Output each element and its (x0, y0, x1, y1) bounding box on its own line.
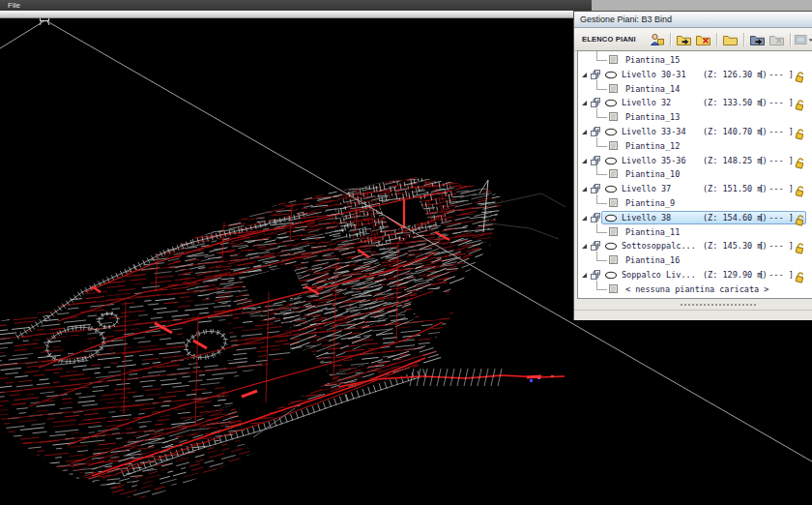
menu-bar: File (0, 0, 592, 11)
level-flag: [ --- ] (759, 156, 794, 165)
tree-connector (596, 252, 607, 261)
expand-icon[interactable] (582, 273, 587, 278)
expand-icon[interactable] (582, 159, 587, 163)
piantina-label: Piantina_14 (625, 84, 680, 94)
panel-toolbar: ELENCO PIANI (574, 28, 812, 51)
level-elevation: (Z: 126.30 m) (703, 70, 768, 79)
level-label: Livello 32 (622, 98, 671, 107)
tree-connector (596, 223, 607, 233)
plan-drawing-row[interactable]: < nessuna piantina caricata > (578, 282, 812, 297)
plan-level-row[interactable]: Soppalco Liv...(Z: 129.90 m)[ --- ] (578, 268, 812, 282)
plan-drawing-row[interactable]: Piantina_13 (578, 110, 812, 125)
piantina-page-icon (608, 140, 619, 153)
tree-connector (596, 108, 607, 118)
piantina-page-icon (608, 197, 619, 210)
window-chrome-right (592, 0, 812, 11)
level-elevation: (Z: 151.50 m) (703, 184, 768, 193)
expand-icon[interactable] (582, 130, 587, 134)
toolbar-separator (743, 33, 745, 46)
plan-drawing-row[interactable]: Piantina_15 (578, 53, 812, 68)
level-flag: [ --- ] (759, 98, 794, 107)
plan-drawing-row[interactable]: Piantina_12 (578, 139, 812, 154)
open-folder-icon[interactable] (721, 31, 740, 48)
level-flag: [ --- ] (759, 184, 794, 193)
expand-icon[interactable] (582, 216, 587, 221)
plan-level-row[interactable]: Livello 32(Z: 133.50 m)[ --- ] (578, 96, 812, 110)
level-elevation: (Z: 145.30 m) (703, 241, 768, 251)
piantina-label: < nessuna piantina caricata > (625, 284, 768, 294)
level-label: Livello 33-34 (622, 127, 686, 136)
level-elevation: (Z: 154.60 m) (703, 213, 768, 223)
load-piantina-icon[interactable] (675, 31, 694, 48)
tree-connector (596, 194, 607, 204)
plan-level-row[interactable]: Livello 30-31(Z: 126.30 m)[ --- ] (578, 68, 812, 82)
plan-drawing-row[interactable]: Piantina_10 (578, 167, 812, 182)
piantina-label: Piantina_13 (625, 112, 680, 122)
panel-status-strip (574, 310, 812, 320)
expand-icon[interactable] (582, 187, 587, 192)
plan-drawing-row[interactable]: Piantina_16 (578, 253, 812, 268)
tree-connector (596, 281, 607, 290)
toolbar-separator (716, 33, 718, 46)
remove-piantina-icon[interactable] (694, 31, 713, 48)
plans-list[interactable]: Piantina_15Livello 30-31(Z: 126.30 m)[ -… (577, 50, 812, 299)
piantina-page-icon (608, 254, 619, 267)
piantina-page-icon (608, 226, 619, 239)
piantina-label: Piantina_12 (625, 141, 680, 151)
piantina-label: Piantina_15 (625, 55, 680, 65)
manage-levels-icon[interactable] (648, 31, 667, 48)
level-elevation: (Z: 133.50 m) (703, 98, 768, 107)
tree-connector (596, 80, 607, 90)
plan-level-row[interactable]: Livello 33-34(Z: 140.70 m)[ --- ] (578, 125, 812, 139)
tree-connector (596, 137, 607, 147)
level-label: Livello 37 (622, 184, 671, 193)
level-label: Livello 30-31 (622, 70, 686, 79)
piantina-page-icon (608, 54, 619, 67)
toolbar-separator (670, 33, 672, 46)
expand-icon[interactable] (582, 73, 587, 77)
level-label: Sottosoppalc... (622, 241, 696, 251)
expand-icon[interactable] (582, 244, 587, 249)
piantina-label: Piantina_11 (625, 227, 680, 237)
gestione-piani-panel: Gestione Piani: B3 Bind ELENCO PIANI Pia… (573, 11, 812, 320)
level-label: Livello 38 (622, 213, 671, 223)
level-flag: [ --- ] (759, 241, 794, 251)
expand-icon[interactable] (582, 101, 587, 105)
piantina-label: Piantina_9 (625, 198, 675, 208)
level-label: Soppalco Liv... (622, 270, 696, 280)
plan-level-row[interactable]: Livello 37(Z: 151.50 m)[ --- ] (578, 182, 812, 196)
elenco-piani-label: ELENCO PIANI (582, 35, 636, 44)
level-elevation: (Z: 140.70 m) (703, 127, 768, 136)
panel-title[interactable]: Gestione Piani: B3 Bind (574, 12, 812, 28)
piantina-label: Piantina_10 (625, 169, 680, 179)
tree-connector (596, 165, 607, 175)
toolbar-separator (790, 33, 792, 46)
level-elevation: (Z: 148.25 m) (703, 156, 768, 165)
plan-level-row[interactable]: Sottosoppalc...(Z: 145.30 m)[ --- ] (578, 239, 812, 253)
remove-all-icon[interactable] (768, 31, 787, 48)
piantina-page-icon (608, 168, 619, 181)
piantina-page-icon (608, 283, 619, 296)
plan-drawing-row[interactable]: Piantina_14 (578, 82, 812, 97)
plan-level-row[interactable]: Livello 35-36(Z: 148.25 m)[ --- ] (578, 154, 812, 168)
level-flag: [ --- ] (759, 270, 794, 280)
plan-drawing-row[interactable]: Piantina_9 (578, 196, 812, 211)
plan-drawing-row[interactable]: Piantina_11 (578, 225, 812, 240)
file-menu[interactable]: File (8, 0, 20, 11)
level-label: Livello 35-36 (622, 156, 686, 165)
plan-level-row[interactable]: Livello 38(Z: 154.60 m)[ --- ] (578, 211, 812, 225)
piantina-page-icon (608, 111, 619, 124)
piantina-page-icon (608, 83, 619, 96)
level-flag: [ --- ] (759, 70, 794, 79)
application-window: { "window": { "menubar": { "file_label":… (0, 0, 812, 505)
piantina-label: Piantina_16 (625, 255, 680, 265)
view-options-icon[interactable] (795, 31, 812, 48)
import-all-icon[interactable] (748, 31, 768, 48)
level-elevation: (Z: 129.90 m) (703, 270, 768, 280)
level-flag: [ --- ] (759, 127, 794, 136)
level-flag: [ --- ] (759, 213, 794, 223)
resize-grip[interactable] (681, 304, 756, 309)
tree-connector (596, 51, 607, 61)
